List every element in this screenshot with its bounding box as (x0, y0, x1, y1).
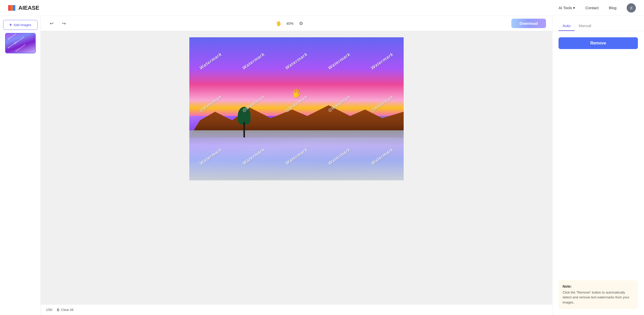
gear-icon: ⚙ (299, 21, 303, 26)
panel-content: Remove Note: Click the "Remove" button t… (552, 31, 644, 315)
settings-button[interactable]: ⚙ (296, 19, 306, 28)
note-text: Click the "Remove" button to automatical… (563, 290, 634, 305)
avatar[interactable]: d (627, 3, 636, 13)
trash-icon: 🗑 (56, 308, 60, 312)
canvas-toolbar: ↩ ↪ 🖐 40% ⚙ Download (41, 16, 552, 31)
canvas-workspace[interactable]: Watermark Watermark Watermark Watermark … (41, 31, 552, 304)
plus-icon: + (9, 22, 12, 28)
clear-all-button[interactable]: 🗑 Clear All (56, 308, 73, 312)
hand-icon: 🖐 (276, 21, 281, 26)
download-button[interactable]: Download (511, 19, 546, 28)
thumbnail-item[interactable]: Watermark @Watermark Watermark @Watermar… (5, 33, 36, 53)
nav-ai-tools[interactable]: AI Tools ▾ (559, 6, 575, 10)
bottom-bar: 1/50 🗑 Clear All (41, 304, 552, 315)
toolbar-left: ↩ ↪ (47, 19, 68, 28)
main-canvas-area: ↩ ↪ 🖐 40% ⚙ Download (41, 16, 552, 315)
thumb-watermark: Watermark (7, 41, 17, 49)
toolbar-right: Download (511, 19, 546, 28)
nav-contact[interactable]: Contact (585, 6, 599, 10)
left-sidebar: + Add Images Watermark @Watermark Waterm… (0, 16, 41, 315)
image-frame: Watermark Watermark Watermark Watermark … (189, 37, 404, 180)
toolbar-center: 🖐 40% ⚙ (274, 19, 306, 28)
chevron-down-icon: ▾ (573, 6, 575, 10)
svg-rect-1 (10, 5, 13, 11)
image-count: 1/50 (46, 308, 52, 312)
svg-rect-0 (8, 5, 10, 11)
tree (237, 107, 252, 137)
right-panel: Auto Manual Remove Note: Click the "Remo… (552, 16, 644, 315)
thumb-watermark: Watermark (7, 33, 17, 40)
nav-blog[interactable]: Blog (609, 6, 616, 10)
thumb-watermark: @Watermark (15, 44, 26, 52)
hand-tool-button[interactable]: 🖐 (274, 19, 283, 28)
note-box: Note: Click the "Remove" button to autom… (559, 280, 638, 309)
navbar: AIEASE AI Tools ▾ Contact Blog d (0, 0, 644, 16)
app-body: + Add Images Watermark @Watermark Waterm… (0, 0, 644, 315)
panel-tabs: Auto Manual (552, 16, 644, 31)
logo-text: AIEASE (18, 5, 39, 11)
undo-button[interactable]: ↩ (47, 19, 56, 28)
nav-links: AI Tools ▾ Contact Blog d (559, 3, 636, 13)
tab-auto[interactable]: Auto (559, 21, 575, 31)
add-images-button[interactable]: + Add Images (3, 20, 38, 30)
thumbnail-canvas: Watermark @Watermark Watermark @Watermar… (6, 33, 35, 53)
redo-button[interactable]: ↪ (59, 19, 68, 28)
remove-button[interactable]: Remove (559, 37, 638, 49)
svg-rect-2 (13, 5, 15, 11)
logo[interactable]: AIEASE (8, 5, 39, 11)
water-layer (189, 130, 404, 180)
zoom-level: 40% (286, 21, 293, 26)
tab-manual[interactable]: Manual (575, 21, 595, 31)
redo-icon: ↪ (62, 21, 66, 26)
note-title: Note: (563, 284, 634, 288)
undo-icon: ↩ (50, 21, 54, 26)
tree-trunk (243, 122, 245, 137)
sky-layer (189, 37, 404, 116)
